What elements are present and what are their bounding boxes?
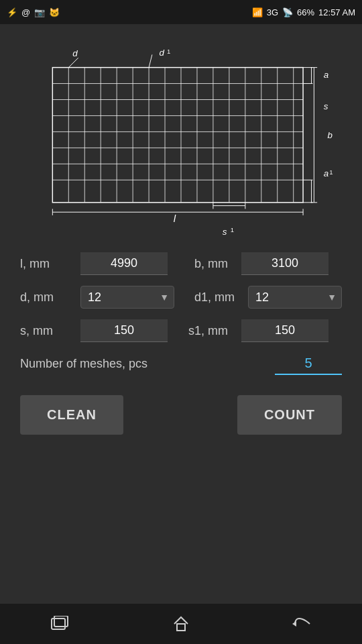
- home-icon: [172, 614, 190, 633]
- clean-button[interactable]: CLEAN: [20, 395, 123, 435]
- usb-icon: ⚡: [7, 7, 17, 17]
- count-button[interactable]: COUNT: [237, 395, 342, 435]
- s1-label: s1, mm: [174, 324, 235, 338]
- meshes-row: Number of meshes, pcs: [20, 353, 342, 375]
- status-left-icons: ⚡ @ 📷 🐱: [7, 7, 60, 17]
- camera-icon: 📷: [34, 7, 45, 17]
- svg-text:d: d: [72, 48, 78, 58]
- s-label: s, mm: [20, 324, 74, 338]
- d-select-wrapper: 6 8 10 12 14 16 18 20 ▼: [80, 286, 174, 309]
- d1-label: d1, mm: [181, 290, 241, 305]
- svg-line-32: [149, 54, 152, 67]
- d1-select[interactable]: 6 8 10 12 14 16 18 20: [248, 286, 342, 309]
- recent-apps-button[interactable]: [40, 610, 80, 637]
- back-button[interactable]: [282, 610, 322, 637]
- time-label: 12:57 AM: [318, 7, 355, 17]
- svg-text:a: a: [324, 168, 328, 178]
- cat-icon: 🐱: [49, 7, 60, 17]
- d-select[interactable]: 6 8 10 12 14 16 18 20: [80, 286, 174, 309]
- form-row-dd1: d, mm 6 8 10 12 14 16 18 20 ▼ d1, mm 6: [20, 286, 342, 309]
- back-icon: [291, 616, 312, 632]
- b-input[interactable]: [241, 252, 328, 275]
- svg-text:s: s: [324, 101, 328, 111]
- l-label: l, mm: [20, 257, 74, 271]
- meshes-input[interactable]: [275, 353, 342, 375]
- battery-label: 66%: [297, 7, 314, 17]
- buttons-row: CLEAN COUNT: [20, 395, 342, 435]
- svg-line-30: [68, 58, 78, 67]
- svg-text:1: 1: [231, 226, 234, 233]
- form-row-ss1: s, mm s1, mm: [20, 319, 342, 342]
- d-label: d, mm: [20, 290, 74, 305]
- svg-text:d: d: [160, 48, 165, 58]
- signal-icon: 📡: [282, 7, 293, 17]
- d1-select-wrapper: 6 8 10 12 14 16 18 20 ▼: [248, 286, 342, 309]
- main-content: l d d 1 a s b a 1 s 1: [0, 24, 362, 617]
- email-icon: @: [21, 7, 30, 17]
- diagram-area: l d d 1 a s b a 1 s 1: [13, 24, 349, 252]
- svg-text:1: 1: [329, 168, 333, 176]
- svg-text:s: s: [223, 227, 227, 237]
- b-label: b, mm: [174, 257, 235, 271]
- network-label: 3G: [267, 7, 278, 17]
- home-button[interactable]: [161, 610, 201, 637]
- reinforcement-diagram: l d d 1 a s b a 1 s 1: [27, 38, 335, 239]
- form-row-lb: l, mm b, mm: [20, 252, 342, 275]
- recent-apps-icon: [50, 616, 70, 632]
- svg-text:l: l: [174, 213, 176, 224]
- svg-text:b: b: [328, 130, 333, 140]
- s1-input[interactable]: [241, 319, 328, 342]
- nav-bar: [0, 604, 362, 644]
- l-input[interactable]: [80, 252, 168, 275]
- status-bar: ⚡ @ 📷 🐱 📶 3G 📡 66% 12:57 AM: [0, 0, 362, 24]
- s-input[interactable]: [80, 319, 168, 342]
- svg-rect-53: [177, 624, 185, 631]
- meshes-label: Number of meshes, pcs: [20, 357, 268, 371]
- svg-rect-0: [52, 68, 303, 203]
- svg-text:a: a: [324, 70, 328, 80]
- svg-text:1: 1: [167, 48, 170, 55]
- form-area: l, mm b, mm d, mm 6 8 10 12 14 16 18 20 …: [13, 252, 349, 435]
- status-right-info: 📶 3G 📡 66% 12:57 AM: [252, 7, 355, 17]
- wifi-icon: 📶: [252, 7, 263, 17]
